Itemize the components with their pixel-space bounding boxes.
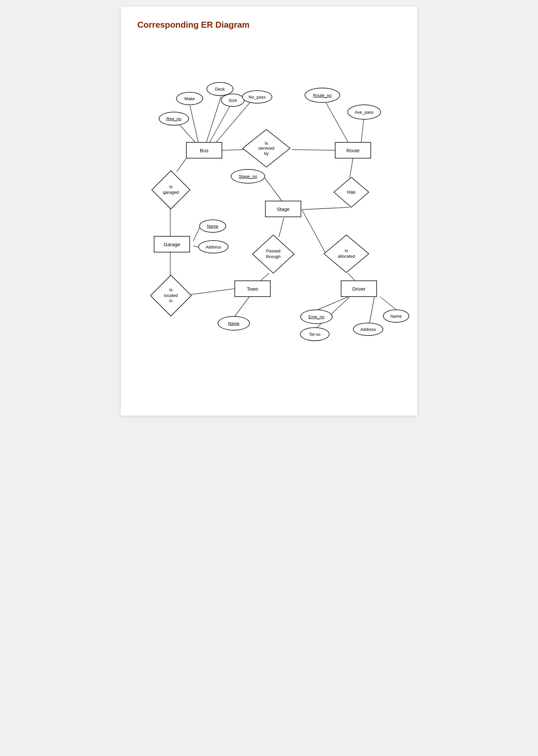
attr-telno: Tel no [300,327,330,341]
svg-line-11 [350,158,353,178]
attr-avepass: Ave_pass [348,104,381,120]
svg-line-13 [264,177,282,201]
rel-has: Has [333,177,369,208]
entity-route: Route [335,142,371,158]
attr-garage-address: Address [198,240,229,253]
svg-line-23 [317,297,348,310]
svg-line-19 [193,227,200,241]
svg-line-8 [292,150,335,150]
attr-size: Size [221,94,244,107]
svg-line-9 [177,158,186,172]
rel-garaged: Isgaraged [151,170,190,210]
svg-line-15 [261,273,269,281]
svg-line-2 [206,96,221,142]
svg-line-3 [210,101,233,142]
svg-line-22 [348,273,354,281]
attr-stageno: Stage_no [231,169,265,184]
entity-driver: Driver [341,281,377,297]
page: Corresponding ER Diagram [121,7,417,415]
attr-driver-address: Address [353,323,383,336]
svg-line-18 [235,297,249,317]
entity-bus: Bus [186,142,222,158]
svg-line-21 [302,210,327,255]
attr-regno: Reg_no [159,112,189,126]
attr-garage-name: Name [199,220,226,233]
attr-town-name: Name [218,316,250,331]
svg-line-25 [380,297,397,310]
attr-nopass: No_pass [242,90,272,103]
attr-empno: Emp_no [300,309,333,324]
attr-driver-name: Name [383,309,409,323]
svg-line-26 [369,297,374,323]
attr-make: Make [176,92,203,105]
entity-stage: Stage [265,201,301,217]
svg-line-17 [190,289,235,295]
entity-garage: Garage [154,236,190,252]
page-title: Corresponding ER Diagram [137,20,401,30]
attr-routeno: Route_no [304,88,340,103]
rel-allocated: Isallocated [323,234,369,273]
svg-line-5 [322,96,348,142]
rel-located-in: Islocatedin [150,275,192,317]
entity-town: Town [235,281,271,297]
rel-serviced-by: Isservicedby [242,129,291,168]
rel-passed-through: Passedthrough [252,234,295,274]
er-diagram: Bus Route Garage Stage Town Driver Isser… [137,40,401,403]
svg-line-1 [190,106,198,142]
